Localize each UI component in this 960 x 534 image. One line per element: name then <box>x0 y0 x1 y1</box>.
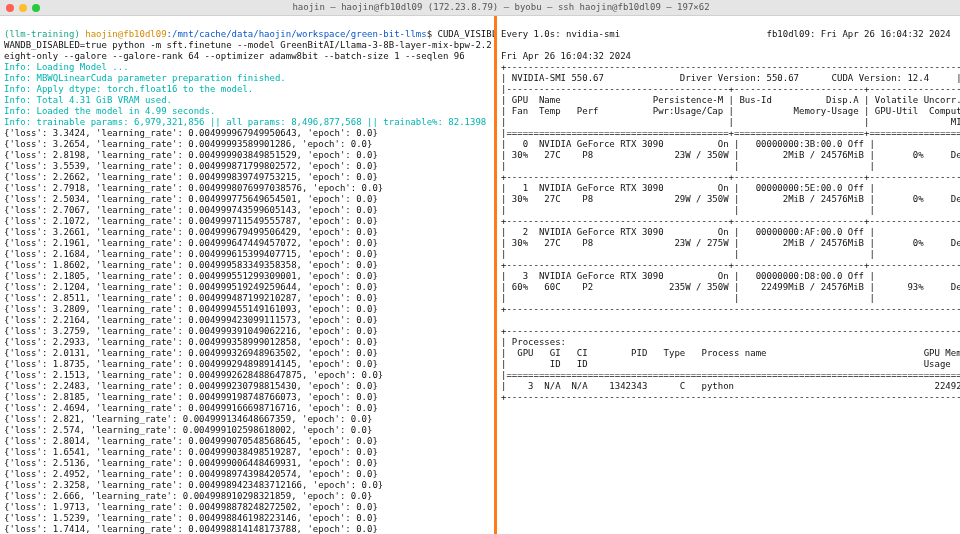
training-log: {'loss': 3.3424, 'learning_rate': 0.0049… <box>4 128 490 534</box>
close-icon[interactable] <box>6 4 14 12</box>
prompt-env: (llm-training) <box>4 29 80 39</box>
smi-driver: Driver Version: 550.67 <box>680 73 799 83</box>
smi-proc-header: | GPU GI CI PID Type Process name GPU Me… <box>501 348 960 358</box>
info-line: Info: Loading Model ... <box>4 62 129 72</box>
watch-header-right: fb10dl09: Fri Apr 26 16:04:32 2024 <box>767 29 951 39</box>
info-line: Info: MBWQLinearCuda parameter preparati… <box>4 73 286 83</box>
pane-right[interactable]: Every 1.0s: nvidia-smi fb10dl09: Fri Apr… <box>494 16 960 534</box>
watch-header-left: Every 1.0s: nvidia-smi <box>501 29 620 39</box>
window-titlebar: haojin — haojin@fb10dl09 (172.23.8.79) —… <box>0 0 960 16</box>
watch-date: Fri Apr 26 16:04:32 2024 <box>501 51 631 61</box>
traffic-lights <box>6 4 40 12</box>
smi-header: | GPU Name Persistence-M | Bus-Id Disp.A… <box>501 95 960 105</box>
pane-left[interactable]: (llm-training) haojin@fb10dl09:/mnt/cach… <box>0 16 494 534</box>
window-title: haojin — haojin@fb10dl09 (172.23.8.79) —… <box>48 2 954 13</box>
smi-proc-header: | ID ID Usage | <box>501 359 960 369</box>
maximize-icon[interactable] <box>32 4 40 12</box>
info-line: Info: Loaded the model in 4.99 seconds. <box>4 106 215 116</box>
info-line: Info: Apply dtype: torch.float16 to the … <box>4 84 253 94</box>
smi-header: | Fan Temp Perf Pwr:Usage/Cap | Memory-U… <box>501 106 960 116</box>
prompt-path: :/mnt/cache/data/haojin/workspace/green-… <box>167 29 427 39</box>
smi-proc-header: | Processes: | <box>501 337 960 347</box>
command-line: WANDB_DISABLED=true python -m sft.finetu… <box>4 40 494 61</box>
smi-gpu-table: | 0 NVIDIA GeForce RTX 3090 On | 0000000… <box>501 139 956 304</box>
smi-version: NVIDIA-SMI 550.67 <box>512 73 604 83</box>
minimize-icon[interactable] <box>19 4 27 12</box>
info-line: Info: Total 4.31 GiB VRAM used. <box>4 95 172 105</box>
prompt-suffix: $ CUDA_VISIBLE_DEVICES=3 <box>427 29 494 39</box>
smi-proc-row: | 3 N/A N/A 1342343 C python 22492MiB | <box>501 381 960 391</box>
info-line: Info: trainable params: 6,979,321,856 ||… <box>4 117 486 127</box>
smi-header: | | | MIG M. | <box>501 117 960 127</box>
smi-cuda: CUDA Version: 12.4 <box>832 73 930 83</box>
smi-divider: +---------------------------------------… <box>501 62 960 72</box>
tmux-panes: (llm-training) haojin@fb10dl09:/mnt/cach… <box>0 16 960 534</box>
prompt-host: haojin@fb10dl09 <box>85 29 166 39</box>
